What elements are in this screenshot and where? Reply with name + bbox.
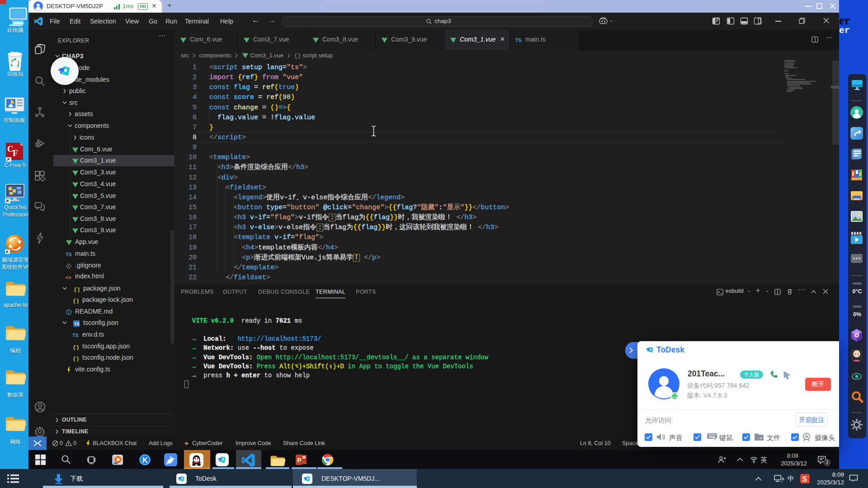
svg-text:TS: TS: [66, 252, 71, 257]
svg-text:S: S: [802, 475, 807, 483]
svg-text:TS: TS: [515, 38, 521, 43]
svg-text:{}: {}: [73, 356, 79, 362]
svg-text:{}: {}: [73, 345, 79, 351]
svg-text:<>: <>: [66, 275, 71, 280]
svg-text:F: F: [13, 148, 18, 158]
svg-text:TS: TS: [74, 322, 80, 326]
svg-text:P: P: [297, 457, 302, 464]
svg-text:{}: {}: [74, 287, 80, 293]
svg-text:TS: TS: [72, 333, 78, 338]
svg-text:K: K: [142, 456, 148, 464]
svg-text:{}: {}: [73, 298, 79, 304]
